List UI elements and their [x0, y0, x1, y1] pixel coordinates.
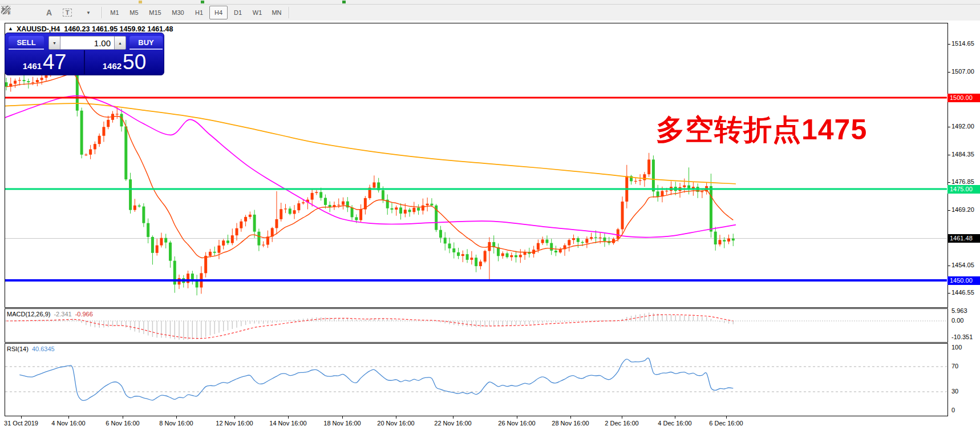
- price-badge-1461.48[interactable]: 1461.48: [947, 234, 980, 243]
- ohlc-header: ▲XAUUSD-,H4 1460.23 1461.95 1459.92 1461…: [8, 25, 173, 33]
- timeframe-button-d1[interactable]: D1: [229, 6, 247, 19]
- time-axis-label: 20 Nov 16:00: [377, 420, 414, 427]
- rsi-axis-label: 0: [951, 407, 955, 413]
- time-axis-tick: [176, 416, 177, 419]
- partial-toolbar-icon: [201, 1, 204, 3]
- price-axis-tick: [947, 127, 950, 127]
- time-axis-label: 6 Nov 16:00: [106, 420, 139, 427]
- symbol-title: XAUUSD-,H4: [17, 25, 60, 33]
- price-badge-1500.00[interactable]: 1500.00: [947, 94, 980, 102]
- price-axis-tick: [947, 293, 950, 294]
- macd-histogram: [6, 312, 733, 340]
- price-badge-1475.00[interactable]: 1475.00: [947, 185, 980, 194]
- timeframe-button-m1[interactable]: M1: [106, 6, 124, 19]
- time-axis-label: 28 Nov 16:00: [552, 420, 589, 427]
- one-click-trading-panel: SELL ▼ ▲ BUY 1461 47 1462 50: [5, 33, 164, 75]
- time-axis-tick: [675, 416, 675, 419]
- price-axis-tick: [947, 72, 950, 73]
- toolbar-separator: [289, 7, 290, 18]
- time-axis-label: 4 Nov 16:00: [51, 420, 85, 427]
- ma-orange-line: [5, 103, 736, 184]
- time-axis-tick: [342, 416, 343, 419]
- macd-signal-value: -0.966: [75, 311, 93, 318]
- time-axis-tick: [726, 416, 727, 419]
- text-tool-icon[interactable]: A: [41, 6, 58, 19]
- price-axis-tick: [947, 210, 950, 211]
- price-axis-tick: [947, 182, 950, 183]
- price-axis-label: 1484.35: [951, 151, 974, 158]
- volume-input[interactable]: [60, 36, 114, 50]
- time-axis-tick: [517, 416, 517, 419]
- time-axis-tick: [288, 416, 289, 419]
- time-axis-label: 6 Dec 16:00: [709, 420, 743, 427]
- time-axis-label: 14 Nov 16:00: [269, 420, 306, 427]
- volume-decrease-button[interactable]: ▼: [48, 36, 60, 50]
- timeframe-button-m5[interactable]: M5: [125, 6, 143, 19]
- timeframe-button-m15[interactable]: M15: [144, 6, 166, 19]
- rsi-label: RSI(14)40.6345: [7, 345, 55, 352]
- timeframe-button-mn[interactable]: MN: [268, 6, 286, 19]
- ma-fast-line: [6, 73, 733, 258]
- dropdown-caret-icon: ▼: [86, 10, 91, 15]
- buy-price[interactable]: 1462 50: [85, 50, 164, 74]
- chart-annotation-text: 多空转折点1475: [656, 111, 924, 149]
- ohlc-values: 1460.23 1461.95 1459.92 1461.48: [64, 25, 173, 33]
- time-axis-label: 2 Dec 16:00: [605, 420, 638, 427]
- collapse-icon[interactable]: ▲: [8, 26, 13, 31]
- timeframe-button-h1[interactable]: H1: [190, 6, 208, 19]
- time-axis-tick: [622, 416, 622, 419]
- ma-magenta-line: [5, 96, 736, 238]
- price-axis-label: 1469.20: [951, 206, 974, 213]
- macd-label: MACD(12,26,9)-2.341-0.966: [7, 311, 93, 318]
- toolbar-separator: [102, 7, 103, 18]
- time-axis-label: 8 Nov 16:00: [159, 420, 193, 427]
- arrow-objects-icon[interactable]: ▼: [77, 6, 99, 19]
- timeframe-button-m30[interactable]: M30: [167, 6, 189, 19]
- time-axis[interactable]: 31 Oct 20194 Nov 16:006 Nov 16:008 Nov 1…: [0, 416, 980, 430]
- time-axis-label: 31 Oct 2019: [4, 420, 38, 427]
- rsi-axis-label: 70: [951, 363, 958, 369]
- time-axis-tick: [234, 416, 235, 419]
- time-axis-tick: [453, 416, 453, 419]
- volume-increase-button[interactable]: ▲: [114, 36, 126, 50]
- price-axis-label: 1492.00: [951, 123, 974, 130]
- chart-window: ▲XAUUSD-,H4 1460.23 1461.95 1459.92 1461…: [0, 21, 980, 430]
- rsi-axis-label: 100: [951, 344, 962, 351]
- price-axis-label: 1514.65: [951, 40, 974, 47]
- price-badge-1450.00[interactable]: 1450.00: [947, 276, 980, 285]
- sell-price-big: 47: [43, 51, 66, 73]
- macd-value: -2.341: [54, 311, 71, 318]
- price-axis-tick: [947, 44, 950, 45]
- timeframe-button-h4[interactable]: H4: [209, 6, 228, 19]
- price-axis-tick: [947, 266, 950, 266]
- time-axis-tick: [123, 416, 123, 419]
- time-axis-tick: [21, 416, 22, 419]
- candlesticks: [5, 60, 735, 295]
- price-axis-label: 1454.05: [951, 262, 974, 268]
- macd-axis-label: -10.351: [951, 333, 973, 340]
- price-axis-label: 1507.00: [951, 68, 974, 75]
- rsi-axis-label: 30: [951, 388, 958, 395]
- text-label-tool-icon[interactable]: T: [59, 6, 76, 19]
- rsi-value: 40.6345: [32, 345, 55, 352]
- time-axis-label: 12 Nov 16:00: [216, 420, 253, 427]
- time-axis-label: 18 Nov 16:00: [323, 420, 361, 427]
- rsi-chart: [5, 344, 947, 415]
- time-axis-label: 22 Nov 16:00: [434, 420, 471, 427]
- partial-toolbar-icon: [342, 1, 346, 3]
- chart-toolbar: E F A T ▼ M1M5M15M30H1H4D1W1MN: [0, 5, 980, 21]
- sell-button[interactable]: SELL: [9, 36, 44, 50]
- macd-axis-label: 0.00: [951, 317, 963, 324]
- sell-price[interactable]: 1461 47: [5, 50, 85, 74]
- buy-button[interactable]: BUY: [129, 36, 163, 50]
- timeframe-button-w1[interactable]: W1: [248, 6, 266, 19]
- partial-toolbar: [0, 0, 980, 5]
- mt4-terminal: E F A T ▼ M1M5M15M30H1H4D1W1MN: [0, 0, 980, 430]
- time-axis-tick: [570, 416, 571, 419]
- macd-signal-line: [6, 315, 733, 339]
- buy-price-small: 1462: [103, 61, 122, 71]
- fibonacci-icon[interactable]: F: [22, 6, 39, 19]
- price-axis-label: 1476.85: [951, 178, 974, 185]
- macd-axis-label: 5.963: [951, 307, 967, 314]
- partial-toolbar-icon: [139, 1, 142, 3]
